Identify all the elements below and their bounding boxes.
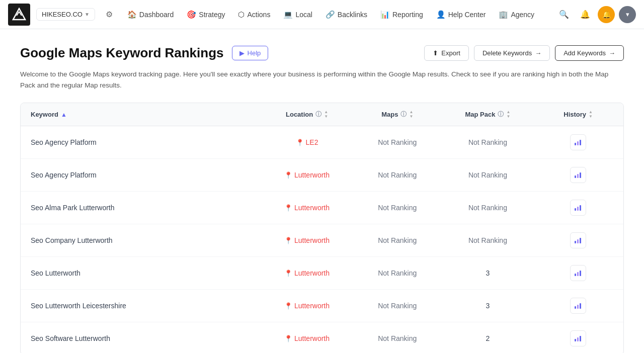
avatar[interactable]: ▾ [619,6,636,23]
table-row: Seo Software Lutterworth 📍 Lutterworth N… [21,322,623,353]
chevron-down-icon: ▼ [85,12,90,17]
maps-cell: Not Ranking [352,126,443,159]
svg-rect-17 [580,271,581,276]
pin-icon: 📍 [284,171,292,179]
keyword-column-header[interactable]: Keyword ▲ [21,103,262,126]
svg-rect-16 [577,272,579,276]
location-column-header[interactable]: Location ⓘ ▲▼ [262,103,352,126]
table-row: Seo Agency Platform 📍 Lutterworth Not Ra… [21,159,623,192]
mappack-cell: Not Ranking [443,192,533,224]
nav-right: 🔍 🔔 🔔 ▾ [555,6,636,23]
delete-arrow-icon: → [535,49,541,57]
history-column-header[interactable]: History ▲▼ [533,103,623,126]
table-row: Seo Agency Platform 📍 LE2 Not Ranking No… [21,126,623,159]
chart-icon [574,171,582,179]
svg-rect-5 [580,140,581,145]
strategy-icon: 🎯 [187,10,196,19]
nav-item-backlinks[interactable]: 🔗 Backlinks [319,7,373,22]
location-value: Lutterworth [294,204,330,212]
maps-column-header[interactable]: Maps ⓘ ▲▼ [352,103,443,126]
main-content: Google Maps Keyword Rankings ▶ Help ⬆ Ex… [0,29,644,353]
history-button[interactable] [570,134,586,150]
location-info-icon: ⓘ [315,110,321,119]
header-actions: ⬆ Export Delete Keywords → Add Keywords … [424,45,624,61]
reporting-icon: 📊 [380,10,390,19]
bell-icon[interactable]: 🔔 [577,6,594,23]
table-header: Keyword ▲ Location ⓘ ▲▼ [21,103,623,126]
location-cell: 📍 Lutterworth [262,224,352,257]
history-button[interactable] [570,330,586,346]
export-button[interactable]: ⬆ Export [424,45,469,61]
svg-rect-14 [580,238,581,243]
actions-icon: ⬡ [238,10,245,19]
nav-item-strategy[interactable]: 🎯 Strategy [181,7,231,22]
chart-icon [574,270,582,277]
history-button[interactable] [570,167,586,183]
table-row: Seo Lutterworth 📍 Lutterworth Not Rankin… [21,257,623,290]
history-cell [533,290,623,322]
maps-info-icon: ⓘ [400,110,407,119]
svg-rect-20 [580,303,581,309]
mappack-cell: 3 [443,257,533,290]
svg-rect-11 [580,205,581,211]
navbar: HIKESEO.CO ▼ ⚙ 🏠 Dashboard 🎯 Strategy ⬡ … [0,0,644,29]
svg-rect-19 [577,305,579,309]
chart-icon [574,139,582,146]
keyword-cell: Seo Software Lutterworth [21,322,262,353]
keyword-cell: Seo Lutterworth [21,257,262,290]
logo[interactable] [8,4,30,26]
keyword-cell: Seo Agency Platform [21,126,262,159]
location-link[interactable]: 📍 Lutterworth [272,269,342,277]
nav-item-agency[interactable]: 🏢 Agency [493,7,540,22]
settings-icon[interactable]: ⚙ [101,7,117,23]
notification-badge[interactable]: 🔔 [598,6,615,23]
site-selector[interactable]: HIKESEO.CO ▼ [36,8,95,21]
history-cell [533,192,623,224]
location-cell: 📍 LE2 [262,126,352,159]
keyword-cell: Seo Alma Park Lutterworth [21,192,262,224]
pin-icon: 📍 [284,237,292,244]
svg-rect-9 [575,208,576,211]
mappack-cell: 3 [443,290,533,322]
nav-item-dashboard[interactable]: 🏠 Dashboard [121,7,180,22]
location-link[interactable]: 📍 Lutterworth [272,334,342,342]
nav-item-actions[interactable]: ⬡ Actions [232,7,276,22]
history-sort-arrows: ▲▼ [589,110,593,119]
svg-rect-15 [575,274,576,276]
nav-item-help-center[interactable]: 👤 Help Center [430,7,492,22]
location-cell: 📍 Lutterworth [262,159,352,192]
maps-cell: Not Ranking [352,322,443,353]
location-link[interactable]: 📍 LE2 [272,138,342,146]
history-button[interactable] [570,298,586,314]
nav-item-local[interactable]: 💻 Local [277,7,318,22]
mappack-cell: Not Ranking [443,159,533,192]
history-button[interactable] [570,265,586,281]
location-link[interactable]: 📍 Lutterworth [272,171,342,179]
location-link[interactable]: 📍 Lutterworth [272,236,342,244]
location-cell: 📍 Lutterworth [262,192,352,224]
history-cell [533,224,623,257]
location-cell: 📍 Lutterworth [262,257,352,290]
delete-keywords-button[interactable]: Delete Keywords → [474,45,550,61]
maps-sort-arrows: ▲▼ [409,110,413,119]
mappack-column-header[interactable]: Map Pack ⓘ ▲▼ [443,103,533,126]
location-link[interactable]: 📍 Lutterworth [272,204,342,212]
location-value: Lutterworth [294,334,330,342]
page-description: Welcome to the Google Maps keyword track… [20,69,624,91]
help-button[interactable]: ▶ Help [232,46,269,60]
mappack-cell: 2 [443,322,533,353]
history-button[interactable] [570,200,586,216]
nav-item-reporting[interactable]: 📊 Reporting [374,7,429,22]
chart-icon [574,204,582,211]
svg-rect-18 [575,306,576,309]
history-button[interactable] [570,232,586,248]
mappack-info-icon: ⓘ [498,110,504,119]
chart-icon [574,302,582,309]
chart-icon [574,335,582,342]
pin-icon: 📍 [284,204,292,212]
add-keywords-button[interactable]: Add Keywords → [555,45,624,61]
search-icon[interactable]: 🔍 [555,6,573,23]
location-cell: 📍 Lutterworth [262,322,352,353]
svg-rect-8 [580,172,581,178]
location-link[interactable]: 📍 Lutterworth [272,302,342,310]
